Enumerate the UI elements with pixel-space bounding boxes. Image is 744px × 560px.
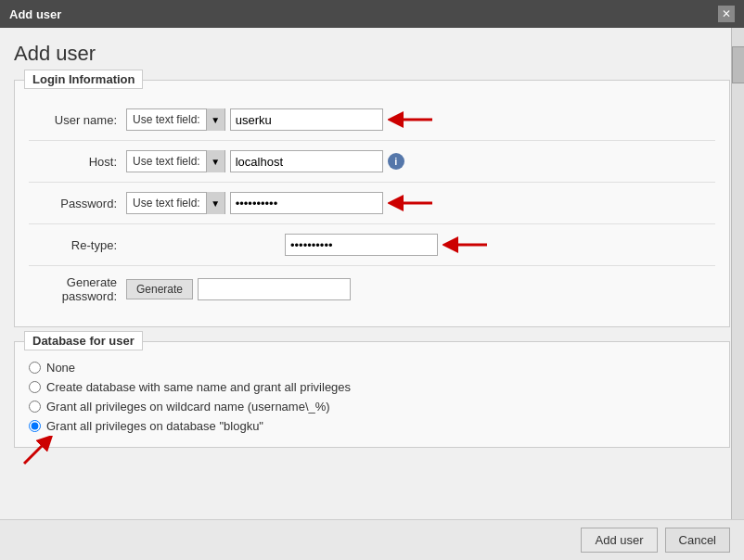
retype-label: Re-type: <box>29 224 122 266</box>
dialog-title: Add user <box>9 7 61 21</box>
add-user-button[interactable]: Add user <box>581 528 657 553</box>
scrollbar-thumb[interactable] <box>732 46 744 83</box>
dialog-footer: Add user Cancel <box>0 519 744 560</box>
blogku-arrow-indicator <box>19 436 75 468</box>
host-dropdown-text: Use text field: <box>127 151 206 172</box>
password-controls: Use text field: ▼ <box>122 183 715 224</box>
password-dropdown-arrow[interactable]: ▼ <box>206 192 224 214</box>
host-controls: Use text field: ▼ i <box>122 141 715 183</box>
username-dropdown-text: Use text field: <box>127 109 206 130</box>
radio-create-input[interactable] <box>29 381 41 393</box>
password-dropdown-text: Use text field: <box>127 193 206 213</box>
generate-button[interactable]: Generate <box>126 279 193 299</box>
dialog-body: Add user Login Information User name: Us… <box>0 28 744 519</box>
password-label: Password: <box>29 183 122 224</box>
retype-row: Re-type: <box>29 224 715 266</box>
radio-blogku[interactable]: Grant all privileges on database "blogku… <box>29 419 715 433</box>
password-arrow-indicator <box>388 193 434 213</box>
database-section: Database for user None Create database w… <box>14 341 730 448</box>
radio-wildcard-label: Grant all privileges on wildcard name (u… <box>46 400 330 414</box>
username-dropdown[interactable]: Use text field: ▼ <box>126 108 225 131</box>
scrollbar-track[interactable] <box>731 28 744 519</box>
radio-none[interactable]: None <box>29 361 715 375</box>
login-form-table: User name: Use text field: ▼ <box>29 99 715 312</box>
page-title: Add user <box>14 42 730 66</box>
host-info-icon[interactable]: i <box>388 153 404 170</box>
database-section-title: Database for user <box>24 331 143 350</box>
password-input[interactable] <box>230 192 383 214</box>
generate-output-input[interactable] <box>198 278 351 300</box>
radio-wildcard-input[interactable] <box>29 401 41 413</box>
radio-none-input[interactable] <box>29 362 41 374</box>
add-user-dialog: Add user ✕ Add user Login Information Us… <box>0 0 744 560</box>
login-section-title: Login Information <box>24 70 143 89</box>
username-input[interactable] <box>230 108 383 131</box>
host-row: Host: Use text field: ▼ i <box>29 141 715 183</box>
username-row: User name: Use text field: ▼ <box>29 99 715 141</box>
svg-line-7 <box>24 440 47 464</box>
generate-password-label: Generate password: <box>29 266 122 313</box>
close-icon: ✕ <box>722 8 731 19</box>
dialog-close-button[interactable]: ✕ <box>718 6 735 22</box>
host-input[interactable] <box>230 150 383 172</box>
radio-blogku-input[interactable] <box>29 420 41 432</box>
retype-controls <box>122 224 715 266</box>
password-row: Password: Use text field: ▼ <box>29 183 715 224</box>
username-arrow-indicator <box>388 109 434 130</box>
retype-input[interactable] <box>285 234 438 256</box>
retype-arrow-indicator <box>443 235 489 255</box>
generate-password-row: Generate password: Generate <box>29 266 715 313</box>
host-label: Host: <box>29 141 122 183</box>
radio-wildcard[interactable]: Grant all privileges on wildcard name (u… <box>29 400 715 414</box>
radio-create-label: Create database with same name and grant… <box>46 380 351 394</box>
host-dropdown[interactable]: Use text field: ▼ <box>126 150 225 172</box>
radio-blogku-label: Grant all privileges on database "blogku… <box>46 419 263 433</box>
username-controls: Use text field: ▼ <box>122 99 715 141</box>
generate-controls: Generate <box>122 266 715 313</box>
radio-create[interactable]: Create database with same name and grant… <box>29 380 715 394</box>
cancel-button[interactable]: Cancel <box>665 528 730 553</box>
dialog-titlebar: Add user ✕ <box>0 0 744 28</box>
username-label: User name: <box>29 99 122 141</box>
login-information-section: Login Information User name: Use text fi… <box>14 80 730 327</box>
host-dropdown-arrow[interactable]: ▼ <box>206 150 224 172</box>
password-dropdown[interactable]: Use text field: ▼ <box>126 192 225 214</box>
username-dropdown-arrow[interactable]: ▼ <box>206 108 224 131</box>
radio-none-label: None <box>46 361 75 375</box>
database-radio-list: None Create database with same name and … <box>29 361 715 433</box>
